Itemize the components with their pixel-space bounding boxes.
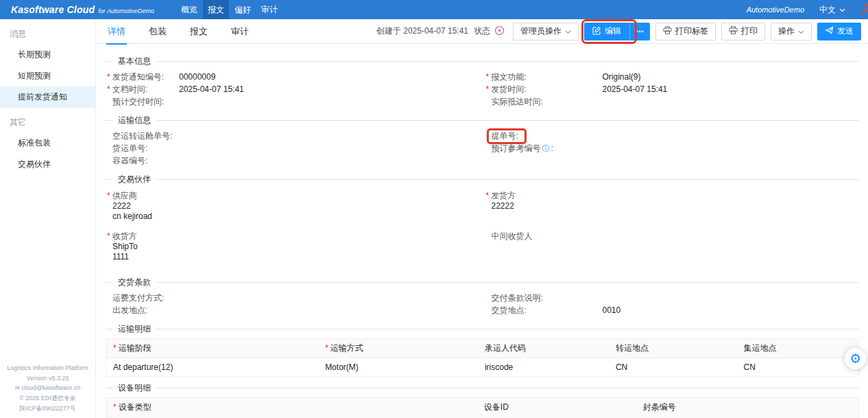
- status-icon[interactable]: [494, 25, 505, 38]
- partner-shipper: *发货方 22222: [486, 191, 858, 222]
- sidebar-group-other: 其它: [0, 108, 95, 132]
- field-terms-desc: 交付条款说明:: [486, 292, 858, 304]
- status-field: 状态: [474, 25, 505, 38]
- tab-details[interactable]: 详情: [106, 19, 127, 45]
- tab-message[interactable]: 报文: [189, 19, 209, 45]
- footer-email[interactable]: cloud@kasoftware.cn: [21, 384, 80, 391]
- partner-consignee: *收货方 ShipTo 1111: [107, 231, 479, 262]
- equipment-detail-table: *设备类型 设备ID 封条编号 Air Transport(AK) test I…: [106, 397, 859, 418]
- mail-icon: ✉: [15, 384, 21, 391]
- delivery-place-value: 0010: [603, 305, 621, 316]
- topbar: Kasoftware Cloud for AutomotiveDemo 概览 报…: [0, 0, 868, 19]
- section-delivery-terms: 交货条款: [106, 277, 859, 288]
- field-doc-time: *文档时间: 2025-04-07 15:41: [107, 83, 479, 95]
- required-mark: *: [107, 231, 110, 241]
- status-label: 状态: [474, 25, 490, 37]
- admin-actions-label: 管理员操作: [520, 25, 562, 37]
- section-transport-info: 运输信息: [106, 115, 859, 126]
- nav-item-messages[interactable]: 报文: [203, 0, 229, 19]
- send-icon: [825, 26, 834, 36]
- field-booking-ref: 预订参考编号ⓘ:: [486, 142, 858, 154]
- admin-actions-button[interactable]: 管理员操作: [513, 23, 579, 40]
- printer-icon: [663, 26, 672, 36]
- field-freight-no: 货运单号:: [107, 142, 479, 154]
- sidebar-group-messages: 消息: [0, 19, 95, 44]
- more-actions-button[interactable]: ⋯: [629, 23, 650, 40]
- section-title: 交易伙伴: [118, 174, 151, 185]
- required-mark: *: [113, 402, 117, 412]
- section-basic-info: 基本信息: [106, 56, 859, 67]
- created-timestamp: 创建于 2025-04-07 15:41: [376, 25, 468, 37]
- partner-supplier: *供应商 2222 cn kejiroad: [107, 191, 479, 222]
- print-label-text: 打印标签: [675, 25, 708, 37]
- topbar-right: AutomotiveDemo 中文: [747, 2, 868, 17]
- field-msg-function: *报文功能: Original(9): [486, 71, 858, 83]
- ship-time-value: 2025-04-07 15:41: [603, 84, 668, 95]
- footer-icp: 陕ICP备09022277号: [0, 404, 95, 414]
- table-row[interactable]: At departure(12) Motor(M) iriscode CN CN: [106, 358, 859, 377]
- required-mark: *: [107, 191, 110, 200]
- brand-suffix: for AutomotiveDemo: [98, 8, 154, 14]
- print-label-button[interactable]: 打印标签: [655, 23, 716, 40]
- section-title: 运输明细: [118, 323, 151, 335]
- brand-name: Kasoftware Cloud: [11, 4, 95, 15]
- language-label: 中文: [819, 4, 836, 16]
- section-title: 运输信息: [118, 115, 151, 126]
- brand-logo[interactable]: Kasoftware Cloud for AutomotiveDemo: [0, 4, 154, 15]
- chevron-down-icon: [839, 5, 845, 14]
- sidebar-item-standard-packaging[interactable]: 标准包装: [0, 132, 95, 154]
- info-icon[interactable]: ⓘ: [542, 144, 550, 152]
- sidebar-footer: Logistics Information Platform Version v…: [0, 363, 95, 414]
- footer-version: Version v5.3.25: [0, 373, 95, 384]
- tab-audit[interactable]: 审计: [230, 19, 250, 45]
- nav-item-audit[interactable]: 审计: [256, 0, 282, 19]
- field-expected-delivery: 预计交付时间:: [107, 95, 479, 108]
- required-mark: *: [113, 343, 117, 353]
- floating-settings-button[interactable]: ⚙: [845, 348, 866, 369]
- notice-no-value: 00000009: [179, 72, 215, 82]
- ellipsis-icon: ⋯: [636, 27, 644, 36]
- footer-email-line: ✉cloud@kasoftware.cn: [0, 383, 95, 393]
- detail-tabbar: 详情 包装 报文 审计 创建于 2025-04-07 15:41 状态 管理员操…: [97, 19, 868, 44]
- top-navigation: 概览 报文 偏好 审计: [176, 0, 283, 19]
- sidebar-item-short-term-forecast[interactable]: 短期预测: [0, 65, 95, 86]
- chevron-down-icon: [565, 27, 571, 36]
- nav-item-overview[interactable]: 概览: [176, 0, 202, 19]
- section-transport-detail: 运输明细: [106, 323, 859, 335]
- language-selector[interactable]: 中文: [819, 4, 845, 16]
- send-label: 发送: [837, 25, 854, 37]
- field-bill-of-lading: 提单号:: [486, 130, 858, 142]
- section-partners: 交易伙伴: [106, 174, 859, 185]
- doc-time-value: 2025-04-07 15:41: [179, 84, 244, 95]
- edit-icon: [592, 26, 601, 37]
- main-panel: 详情 包装 报文 审计 创建于 2025-04-07 15:41 状态 管理员操…: [97, 19, 868, 418]
- footer-platform: Logistics Information Platform: [0, 363, 95, 373]
- section-equipment-detail: 设备明细: [106, 382, 859, 394]
- partner-intermediate: 中间收货人: [486, 231, 858, 262]
- tab-packaging[interactable]: 包装: [147, 19, 168, 45]
- transport-detail-table: *运输阶段 *运输方式 承运人代码 转运地点 集运地点 At departure…: [106, 338, 859, 377]
- edit-button[interactable]: 编辑: [584, 23, 629, 40]
- field-actual-arrival: 实际抵达时间:: [486, 95, 858, 108]
- printer-icon: [729, 26, 738, 36]
- required-mark: *: [486, 72, 490, 82]
- section-title: 设备明细: [118, 382, 151, 394]
- send-button[interactable]: 发送: [817, 23, 861, 40]
- field-departure-place: 出发地点:: [107, 304, 479, 316]
- sidebar-item-advance-ship-notice[interactable]: 提前发货通知: [0, 86, 95, 108]
- gear-icon: ⚙: [849, 351, 861, 367]
- nav-item-preferences[interactable]: 偏好: [230, 0, 256, 19]
- user-avatar-icon[interactable]: [860, 2, 868, 17]
- chevron-down-icon: [798, 27, 804, 36]
- section-title: 交货条款: [118, 277, 151, 288]
- sidebar-item-trading-partners[interactable]: 交易伙伴: [0, 154, 95, 175]
- actions-dropdown-button[interactable]: 操作: [771, 23, 812, 40]
- sidebar-item-long-term-forecast[interactable]: 长期预测: [0, 44, 95, 65]
- print-button[interactable]: 打印: [721, 23, 765, 40]
- field-notice-no: *发货通知编号: 00000009: [107, 71, 479, 83]
- required-mark: *: [107, 84, 110, 94]
- field-delivery-place: 交货地点: 0010: [486, 304, 858, 316]
- actions-label: 操作: [778, 25, 795, 37]
- required-mark: *: [325, 343, 328, 353]
- footer-copyright: © 2025 EDI通信专家: [0, 393, 95, 404]
